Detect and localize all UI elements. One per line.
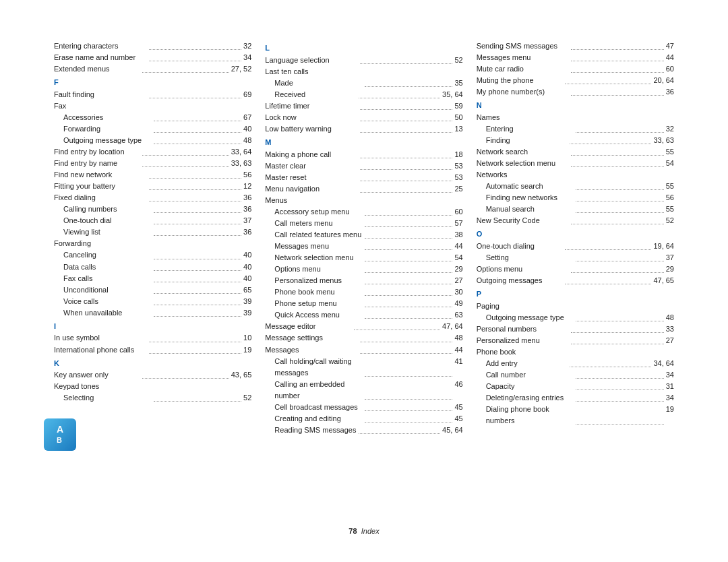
index-entry: Forwarding <box>54 238 251 249</box>
section-header-f: F <box>54 76 251 89</box>
entry-text: Made <box>265 77 363 89</box>
entry-dots <box>154 261 242 271</box>
entry-text: Cell broadcast messages <box>265 402 363 413</box>
index-entry: Call number34 <box>477 369 674 381</box>
index-entry: Fault finding69 <box>54 89 251 100</box>
index-entry: One-touch dial37 <box>54 215 251 226</box>
entry-text: Making a phone call <box>265 149 358 160</box>
index-entry: Last ten calls <box>265 66 462 77</box>
index-entry: Find entry by location33, 64 <box>54 146 251 158</box>
entry-page-number: 53 <box>454 172 462 183</box>
entry-dots <box>142 158 229 167</box>
entry-page-number: 40 <box>243 249 251 261</box>
entry-text: Finding <box>477 135 568 146</box>
index-entry: Messages44 <box>265 344 462 356</box>
entry-text: Options menu <box>265 263 363 275</box>
entry-text: Keypad tones <box>54 381 251 392</box>
entry-text: Erase name and number <box>54 52 147 63</box>
entry-page-number: 27, 52 <box>231 63 252 75</box>
entry-page-number: 33, 64 <box>231 146 252 158</box>
entry-dots <box>571 158 664 167</box>
index-entry: Cell broadcast messages45 <box>265 402 462 413</box>
entry-text: Viewing list <box>54 226 152 238</box>
entry-dots <box>570 135 651 144</box>
entry-text: Quick Access menu <box>265 309 363 321</box>
index-col-2: LLanguage selection52Last ten callsMade3… <box>265 40 476 436</box>
entry-text: Lock now <box>265 112 358 123</box>
index-entry: Extended menus27, 52 <box>54 63 251 75</box>
section-header-o: O <box>477 228 674 241</box>
entry-dots <box>154 215 242 224</box>
entry-text: Phone book menu <box>265 286 363 298</box>
entry-text: Entering <box>477 123 574 135</box>
entry-text: Extended menus <box>54 63 140 75</box>
entry-text: International phone calls <box>54 344 147 356</box>
entry-dots <box>365 252 453 261</box>
entry-dots <box>154 273 242 282</box>
entry-text: Outgoing message type <box>54 135 152 146</box>
index-entry: Phone book menu30 <box>265 286 462 298</box>
entry-text: Add entry <box>477 358 568 369</box>
section-header-m: M <box>265 136 462 149</box>
entry-page-number: 30 <box>454 286 462 298</box>
entry-page-number: 41 <box>454 356 462 379</box>
index-entry: Automatic search55 <box>477 181 674 192</box>
section-header-i: I <box>54 320 251 333</box>
entry-dots <box>149 169 242 179</box>
index-entry: Low battery warning13 <box>265 123 462 135</box>
entry-page-number: 34, 64 <box>653 358 674 369</box>
entry-dots <box>365 206 453 216</box>
entry-page-number: 55 <box>666 181 674 192</box>
entry-page-number: 27 <box>666 335 674 346</box>
index-entry: New Security Code52 <box>477 215 674 226</box>
entry-text: Voice calls <box>54 296 152 307</box>
index-entry: Networks <box>477 169 674 181</box>
entry-dots <box>365 218 453 227</box>
index-entry: Fitting your battery12 <box>54 181 251 192</box>
entry-dots <box>360 112 453 121</box>
entry-dots <box>142 369 229 379</box>
entry-page-number: 44 <box>666 52 674 63</box>
index-entry: Finding33, 63 <box>477 135 674 146</box>
index-entry: Personalized menu27 <box>477 335 674 346</box>
entry-dots <box>360 123 453 133</box>
entry-page-number: 63 <box>454 309 462 321</box>
entry-page-number: 52 <box>243 392 251 404</box>
entry-text: Data calls <box>54 261 152 273</box>
entry-page-number: 47, 65 <box>653 275 674 286</box>
section-header-n: N <box>477 99 674 112</box>
entry-page-number: 55 <box>666 204 674 215</box>
entry-page-number: 56 <box>243 169 251 181</box>
entry-page-number: 19 <box>666 404 674 427</box>
entry-text: Unconditional <box>54 284 152 296</box>
entry-page-number: 10 <box>243 332 251 344</box>
entry-dots <box>154 112 242 121</box>
entry-page-number: 29 <box>666 263 674 275</box>
index-entry: Phone setup menu49 <box>265 298 462 309</box>
index-entry: Menu navigation25 <box>265 183 462 195</box>
index-entry: Viewing list36 <box>54 226 251 238</box>
index-entry: Reading SMS messages45, 64 <box>265 425 462 436</box>
entry-dots <box>360 172 453 181</box>
entry-text: Find entry by name <box>54 158 140 169</box>
entry-text: Outgoing message type <box>477 312 574 323</box>
index-entry: Lifetime timer59 <box>265 100 462 112</box>
index-entry: International phone calls19 <box>54 344 251 356</box>
entry-text: Last ten calls <box>265 66 462 77</box>
entry-page-number: 48 <box>666 312 674 323</box>
index-entry: Call related features menu38 <box>265 229 462 241</box>
entry-page-number: 40 <box>243 261 251 273</box>
index-entry: Unconditional65 <box>54 284 251 296</box>
entry-text: Calling an embedded number <box>265 379 363 402</box>
entry-page-number: 44 <box>454 241 462 252</box>
entry-text: Paging <box>477 301 674 312</box>
index-entry: Forwarding40 <box>54 123 251 135</box>
entry-dots <box>154 226 242 236</box>
entry-dots <box>149 181 242 190</box>
entry-dots <box>142 146 229 156</box>
entry-dots <box>571 263 664 273</box>
index-entry: Setting37 <box>477 252 674 263</box>
section-header-l: L <box>265 42 462 55</box>
index-entry: Messages menu44 <box>265 241 462 252</box>
entry-page-number: 32 <box>666 123 674 135</box>
